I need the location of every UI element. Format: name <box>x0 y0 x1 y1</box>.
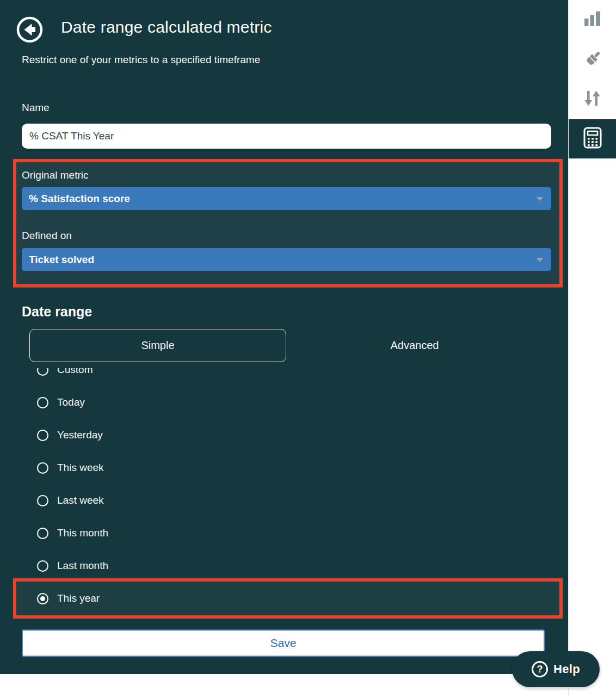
option-label: Custom <box>57 368 93 376</box>
calculator-icon <box>583 127 602 151</box>
defined-on-dropdown[interactable]: Ticket solved <box>22 248 551 271</box>
option-this-year[interactable]: This year <box>0 582 568 615</box>
tab-simple[interactable]: Simple <box>29 329 286 362</box>
option-label: Last month <box>57 560 108 572</box>
original-metric-label: Original metric <box>22 169 88 181</box>
option-last-month[interactable]: Last month <box>0 549 568 582</box>
option-today[interactable]: Today <box>0 386 568 419</box>
radio-icon[interactable] <box>37 368 48 376</box>
page-subtitle: Restrict one of your metrics to a specif… <box>22 54 260 66</box>
page-title: Date range calculated metric <box>61 18 272 36</box>
radio-icon[interactable] <box>37 430 48 441</box>
option-label: This year <box>57 592 100 604</box>
chevron-down-icon <box>537 258 543 262</box>
option-yesterday[interactable]: Yesterday <box>0 419 568 451</box>
radio-icon[interactable] <box>37 462 48 474</box>
defined-on-label: Defined on <box>22 230 72 242</box>
original-metric-dropdown[interactable]: % Satisfaction score <box>22 187 551 210</box>
radio-icon[interactable] <box>37 528 48 539</box>
option-label: Last week <box>57 494 104 506</box>
name-label: Name <box>22 102 50 114</box>
toolbar-item-charts[interactable] <box>569 0 616 40</box>
option-this-month[interactable]: This month <box>0 517 568 549</box>
paint-brush-icon <box>583 49 602 71</box>
metric-section-highlight-box: Original metric % Satisfaction score Def… <box>13 159 563 288</box>
toolbar-item-style[interactable] <box>569 40 616 80</box>
bar-chart-icon <box>584 11 601 29</box>
screen: Date range calculated metric Restrict on… <box>0 0 616 697</box>
option-label: Today <box>57 396 85 408</box>
help-button[interactable]: ? Help <box>512 651 600 687</box>
tab-advanced-label: Advanced <box>391 339 439 352</box>
sort-arrows-icon <box>584 90 601 109</box>
radio-icon[interactable] <box>37 495 48 506</box>
option-label: This month <box>57 527 108 539</box>
date-range-heading: Date range <box>22 304 92 320</box>
right-toolbar <box>568 0 616 697</box>
question-mark-icon: ? <box>532 661 548 677</box>
name-input[interactable] <box>22 124 551 149</box>
option-this-week[interactable]: This week <box>0 451 568 484</box>
option-label: Yesterday <box>57 429 103 441</box>
back-button[interactable] <box>16 16 43 43</box>
help-label: Help <box>553 662 580 676</box>
tab-advanced[interactable]: Advanced <box>286 329 543 362</box>
date-range-options-list: Custom Today Yesterday This week Last we… <box>0 368 568 616</box>
chevron-down-icon <box>537 197 543 201</box>
option-label: This week <box>57 462 104 474</box>
option-custom[interactable]: Custom <box>0 368 568 386</box>
defined-on-value: Ticket solved <box>29 254 94 265</box>
save-button[interactable]: Save <box>22 629 545 657</box>
option-last-week[interactable]: Last week <box>0 484 568 517</box>
toolbar-item-calculations[interactable] <box>569 119 616 158</box>
tab-simple-label: Simple <box>141 339 174 352</box>
metric-editor-panel: Date range calculated metric Restrict on… <box>0 0 568 674</box>
radio-icon[interactable] <box>37 560 48 572</box>
original-metric-value: % Satisfaction score <box>29 193 130 204</box>
radio-icon[interactable] <box>37 397 48 408</box>
back-arrow-icon <box>16 36 43 45</box>
toolbar-item-sort[interactable] <box>569 80 616 119</box>
radio-icon[interactable] <box>37 593 48 604</box>
